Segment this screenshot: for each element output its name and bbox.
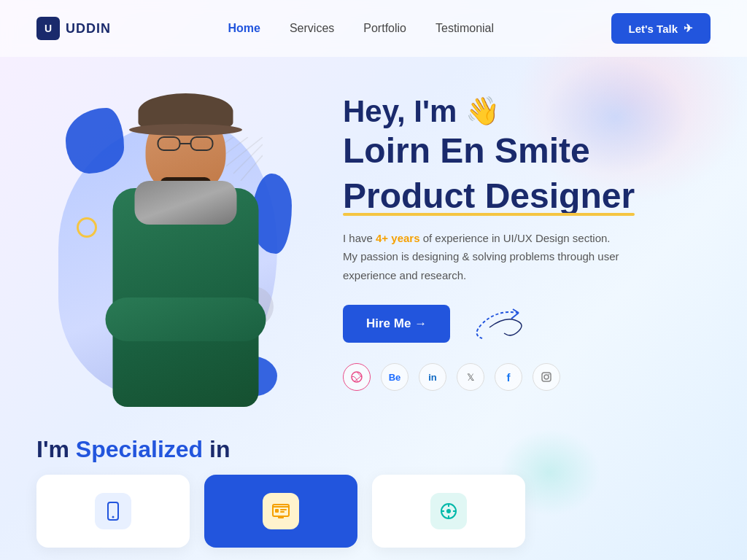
social-dribbble[interactable] — [343, 363, 371, 391]
social-facebook[interactable]: f — [495, 363, 522, 391]
svg-rect-18 — [275, 509, 279, 513]
logo-text: UDDIN — [66, 21, 111, 36]
send-icon: ✈ — [684, 22, 693, 35]
hero-content: Hey, I'm 👋 Loirn En Smite Product Design… — [343, 71, 711, 391]
social-links: Be in 𝕏 f — [343, 363, 711, 391]
hero-role: Product Designer — [343, 175, 635, 217]
svg-point-23 — [446, 509, 451, 513]
social-instagram[interactable] — [533, 363, 560, 391]
hero-image-area — [36, 71, 314, 421]
lets-talk-button[interactable]: Let's Talk ✈ — [611, 13, 711, 44]
web-icon — [263, 493, 299, 529]
svg-rect-19 — [280, 509, 287, 510]
svg-rect-17 — [274, 506, 288, 508]
signature-arrow — [468, 306, 541, 342]
svg-point-13 — [549, 374, 550, 376]
behance-icon: Be — [389, 372, 401, 383]
hero-greeting: Hey, I'm 👋 — [343, 93, 711, 130]
svg-point-15 — [112, 516, 115, 518]
linkedin-icon: in — [428, 372, 437, 383]
mobile-icon — [95, 493, 131, 529]
instagram-icon — [541, 371, 552, 383]
twitter-icon: 𝕏 — [467, 372, 474, 383]
person-arms — [106, 298, 266, 341]
hero-description: I have 4+ years of experience in UI/UX D… — [343, 229, 620, 285]
svg-rect-7 — [158, 137, 180, 150]
hire-me-button[interactable]: Hire Me → — [343, 305, 450, 343]
nav-link-testimonial[interactable]: Testimonial — [436, 22, 494, 34]
nav-link-home[interactable]: Home — [228, 22, 260, 34]
person-image — [80, 101, 292, 421]
svg-point-12 — [544, 375, 549, 379]
hire-me-label: Hire Me → — [366, 316, 427, 331]
ux-icon — [430, 493, 467, 529]
service-card-ux[interactable] — [372, 475, 525, 548]
specialized-section: I'm Specialized in — [0, 421, 747, 548]
hero-name: Loirn En Smite — [343, 130, 711, 172]
logo[interactable]: U UDDIN — [36, 17, 111, 40]
person-scarf — [135, 181, 237, 225]
navbar: U UDDIN Home Services Portfolio Testimon… — [0, 0, 747, 57]
person-glasses — [157, 136, 215, 152]
svg-rect-21 — [278, 516, 284, 518]
facebook-icon: f — [507, 371, 511, 384]
experience-highlight: 4+ years — [376, 232, 419, 244]
person-hat-brim — [129, 124, 242, 136]
arrow-signature — [468, 306, 541, 342]
lets-talk-label: Let's Talk — [629, 23, 678, 35]
social-behance[interactable]: Be — [381, 363, 409, 391]
specialized-suffix: in — [209, 436, 230, 462]
svg-rect-11 — [542, 373, 551, 381]
svg-rect-20 — [280, 511, 285, 513]
nav-links: Home Services Portfolio Testimonial — [228, 22, 494, 35]
page-wrapper: U UDDIN Home Services Portfolio Testimon… — [0, 0, 747, 560]
specialized-keyword: Specialized — [76, 436, 203, 462]
nav-link-portfolio[interactable]: Portfolio — [363, 22, 406, 34]
hero-section: Hey, I'm 👋 Loirn En Smite Product Design… — [0, 57, 747, 421]
nav-link-services[interactable]: Services — [290, 22, 334, 34]
hero-actions: Hire Me → — [343, 305, 711, 343]
specialized-cards — [36, 475, 711, 548]
wave-emoji: 👋 — [465, 95, 500, 128]
person-silhouette — [91, 108, 281, 421]
svg-rect-8 — [191, 137, 213, 150]
social-twitter[interactable]: 𝕏 — [457, 363, 484, 391]
greeting-text: Hey, I'm — [343, 93, 457, 130]
specialized-prefix: I'm — [36, 436, 76, 462]
service-card-web[interactable] — [204, 475, 357, 548]
logo-icon: U — [36, 17, 60, 40]
social-linkedin[interactable]: in — [419, 363, 446, 391]
service-card-mobile[interactable] — [36, 475, 190, 548]
specialized-title: I'm Specialized in — [36, 436, 711, 463]
hero-role-wrapper: Product Designer — [343, 175, 711, 217]
